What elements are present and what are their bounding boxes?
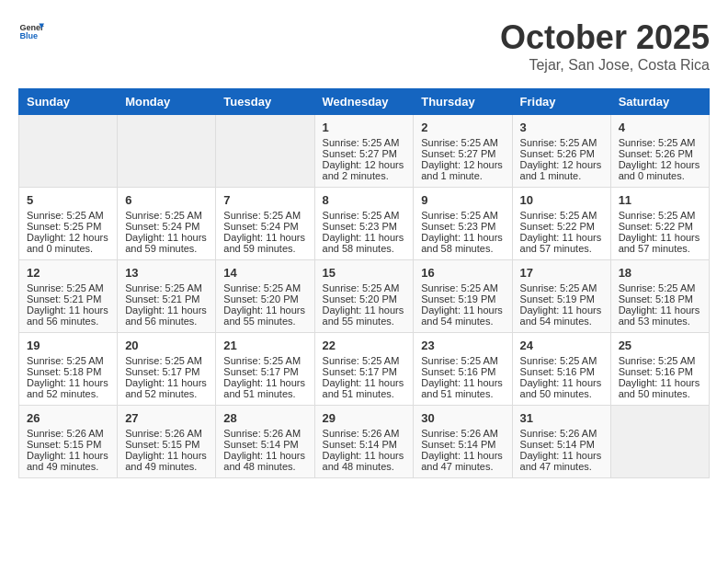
calendar-cell: 8 Sunrise: 5:25 AM Sunset: 5:23 PM Dayli…	[314, 188, 414, 260]
daylight-text: Daylight: 12 hours and 1 minute.	[421, 159, 503, 181]
logo: General Blue	[18, 18, 44, 44]
month-title: October 2025	[500, 18, 710, 57]
sunset-text: Sunset: 5:18 PM	[619, 293, 693, 304]
sunrise-text: Sunrise: 5:25 AM	[520, 282, 597, 293]
sunset-text: Sunset: 5:27 PM	[421, 148, 495, 159]
day-number: 25	[619, 339, 701, 352]
sunset-text: Sunset: 5:18 PM	[27, 366, 101, 377]
sunset-text: Sunset: 5:19 PM	[520, 293, 595, 304]
calendar-cell	[216, 115, 314, 188]
sunset-text: Sunset: 5:14 PM	[421, 439, 495, 450]
day-number: 15	[323, 266, 406, 280]
daylight-text: Daylight: 12 hours and 1 minute.	[520, 159, 602, 181]
calendar-cell	[118, 115, 216, 188]
sunset-text: Sunset: 5:15 PM	[125, 439, 199, 450]
sunset-text: Sunset: 5:19 PM	[421, 293, 495, 304]
daylight-text: Daylight: 12 hours and 0 minutes.	[27, 232, 108, 254]
day-number: 10	[520, 193, 603, 207]
weekday-header-tuesday: Tuesday	[216, 89, 314, 115]
calendar-cell: 3 Sunrise: 5:25 AM Sunset: 5:26 PM Dayli…	[512, 115, 610, 188]
calendar-week-row: 5 Sunrise: 5:25 AM Sunset: 5:25 PM Dayli…	[19, 188, 710, 260]
weekday-header-monday: Monday	[118, 89, 216, 115]
day-number: 9	[421, 193, 504, 207]
calendar-cell: 4 Sunrise: 5:25 AM Sunset: 5:26 PM Dayli…	[610, 115, 709, 188]
day-number: 4	[619, 121, 701, 134]
daylight-text: Daylight: 11 hours and 50 minutes.	[619, 377, 700, 399]
calendar-cell: 25 Sunrise: 5:25 AM Sunset: 5:16 PM Dayl…	[610, 333, 709, 406]
logo-icon: General Blue	[18, 18, 44, 44]
sunrise-text: Sunrise: 5:25 AM	[125, 210, 202, 221]
day-number: 27	[125, 411, 208, 425]
day-number: 5	[27, 193, 109, 207]
calendar-cell: 22 Sunrise: 5:25 AM Sunset: 5:17 PM Dayl…	[314, 333, 414, 406]
calendar-cell: 2 Sunrise: 5:25 AM Sunset: 5:27 PM Dayli…	[414, 115, 512, 188]
title-block: October 2025 Tejar, San Jose, Costa Rica	[500, 18, 710, 74]
sunrise-text: Sunrise: 5:25 AM	[619, 355, 696, 366]
daylight-text: Daylight: 11 hours and 49 minutes.	[27, 450, 108, 472]
sunset-text: Sunset: 5:15 PM	[27, 439, 101, 450]
calendar-cell: 19 Sunrise: 5:25 AM Sunset: 5:18 PM Dayl…	[19, 333, 118, 406]
daylight-text: Daylight: 11 hours and 56 minutes.	[125, 304, 207, 327]
day-number: 22	[323, 339, 406, 352]
day-number: 7	[223, 193, 306, 207]
sunrise-text: Sunrise: 5:25 AM	[520, 137, 597, 148]
sunset-text: Sunset: 5:21 PM	[27, 293, 101, 304]
sunrise-text: Sunrise: 5:26 AM	[520, 428, 597, 439]
daylight-text: Daylight: 11 hours and 51 minutes.	[323, 377, 404, 399]
calendar-cell: 31 Sunrise: 5:26 AM Sunset: 5:14 PM Dayl…	[512, 406, 610, 478]
sunrise-text: Sunrise: 5:26 AM	[125, 428, 202, 439]
weekday-header-wednesday: Wednesday	[314, 89, 414, 115]
sunrise-text: Sunrise: 5:25 AM	[223, 210, 301, 221]
sunrise-text: Sunrise: 5:26 AM	[323, 428, 400, 439]
weekday-header-row: SundayMondayTuesdayWednesdayThursdayFrid…	[19, 89, 710, 115]
daylight-text: Daylight: 11 hours and 51 minutes.	[223, 377, 305, 399]
sunrise-text: Sunrise: 5:25 AM	[421, 282, 498, 293]
sunset-text: Sunset: 5:14 PM	[223, 439, 298, 450]
daylight-text: Daylight: 11 hours and 47 minutes.	[520, 450, 602, 472]
day-number: 14	[223, 266, 306, 280]
daylight-text: Daylight: 11 hours and 59 minutes.	[125, 232, 207, 254]
daylight-text: Daylight: 12 hours and 0 minutes.	[619, 159, 700, 181]
day-number: 28	[223, 411, 306, 425]
daylight-text: Daylight: 11 hours and 49 minutes.	[125, 450, 207, 472]
calendar-cell: 16 Sunrise: 5:25 AM Sunset: 5:19 PM Dayl…	[414, 260, 512, 333]
calendar-cell: 24 Sunrise: 5:25 AM Sunset: 5:16 PM Dayl…	[512, 333, 610, 406]
calendar-cell: 7 Sunrise: 5:25 AM Sunset: 5:24 PM Dayli…	[216, 188, 314, 260]
sunrise-text: Sunrise: 5:25 AM	[619, 282, 696, 293]
daylight-text: Daylight: 11 hours and 52 minutes.	[27, 377, 108, 399]
day-number: 26	[27, 411, 109, 425]
sunrise-text: Sunrise: 5:25 AM	[619, 137, 696, 148]
daylight-text: Daylight: 11 hours and 57 minutes.	[520, 232, 602, 254]
calendar-cell: 20 Sunrise: 5:25 AM Sunset: 5:17 PM Dayl…	[118, 333, 216, 406]
calendar-cell: 1 Sunrise: 5:25 AM Sunset: 5:27 PM Dayli…	[314, 115, 414, 188]
daylight-text: Daylight: 11 hours and 50 minutes.	[520, 377, 602, 399]
day-number: 6	[125, 193, 208, 207]
daylight-text: Daylight: 11 hours and 48 minutes.	[323, 450, 404, 472]
calendar-cell: 17 Sunrise: 5:25 AM Sunset: 5:19 PM Dayl…	[512, 260, 610, 333]
sunset-text: Sunset: 5:17 PM	[125, 366, 199, 377]
day-number: 17	[520, 266, 603, 280]
day-number: 1	[323, 121, 406, 134]
sunrise-text: Sunrise: 5:26 AM	[421, 428, 498, 439]
sunset-text: Sunset: 5:23 PM	[323, 221, 397, 232]
sunrise-text: Sunrise: 5:25 AM	[323, 282, 400, 293]
sunset-text: Sunset: 5:24 PM	[125, 221, 199, 232]
sunrise-text: Sunrise: 5:25 AM	[421, 355, 498, 366]
svg-text:Blue: Blue	[19, 31, 38, 40]
day-number: 31	[520, 411, 603, 425]
daylight-text: Daylight: 11 hours and 55 minutes.	[323, 304, 404, 327]
calendar-cell: 27 Sunrise: 5:26 AM Sunset: 5:15 PM Dayl…	[118, 406, 216, 478]
calendar-cell: 29 Sunrise: 5:26 AM Sunset: 5:14 PM Dayl…	[314, 406, 414, 478]
day-number: 23	[421, 339, 504, 352]
daylight-text: Daylight: 11 hours and 48 minutes.	[223, 450, 305, 472]
sunset-text: Sunset: 5:22 PM	[619, 221, 693, 232]
sunrise-text: Sunrise: 5:25 AM	[125, 355, 202, 366]
sunrise-text: Sunrise: 5:25 AM	[27, 282, 104, 293]
daylight-text: Daylight: 11 hours and 54 minutes.	[421, 304, 503, 327]
sunset-text: Sunset: 5:20 PM	[223, 293, 298, 304]
calendar-cell	[19, 115, 118, 188]
daylight-text: Daylight: 11 hours and 59 minutes.	[223, 232, 305, 254]
calendar-cell: 21 Sunrise: 5:25 AM Sunset: 5:17 PM Dayl…	[216, 333, 314, 406]
sunrise-text: Sunrise: 5:25 AM	[520, 355, 597, 366]
sunrise-text: Sunrise: 5:25 AM	[125, 282, 202, 293]
